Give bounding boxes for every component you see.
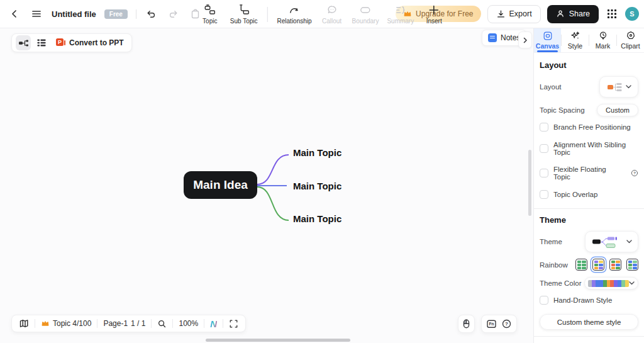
rainbow-option-4[interactable] bbox=[626, 259, 638, 271]
svg-text:?: ? bbox=[633, 171, 636, 175]
branch-line-top bbox=[257, 155, 289, 184]
export-button[interactable]: Export bbox=[487, 5, 541, 23]
divider bbox=[136, 9, 136, 19]
layout-dropdown[interactable] bbox=[599, 76, 638, 98]
outline-view-icon[interactable] bbox=[34, 35, 49, 50]
file-title[interactable]: Untitled file bbox=[52, 9, 96, 19]
avatar[interactable]: S bbox=[625, 7, 639, 21]
rainbow-option-2[interactable] bbox=[592, 259, 604, 271]
checkbox[interactable] bbox=[540, 123, 548, 132]
checkbox[interactable] bbox=[540, 144, 548, 153]
back-icon[interactable] bbox=[8, 7, 21, 21]
layout-label: Layout bbox=[540, 83, 562, 91]
shortcut-help-group: Fn ? bbox=[481, 315, 517, 333]
theme-section-heading: Theme bbox=[540, 215, 638, 225]
apps-grid-icon[interactable] bbox=[605, 7, 619, 21]
zoom-level[interactable]: 100% bbox=[179, 319, 198, 328]
custom-theme-style-button[interactable]: Custom theme style bbox=[540, 314, 638, 330]
clipart-badge-icon bbox=[626, 31, 636, 41]
tool-sub-topic[interactable]: Sub Topic bbox=[229, 4, 259, 25]
view-toolbar: P Convert to PPT bbox=[11, 33, 132, 52]
theme-color-swatches bbox=[588, 280, 629, 287]
note-icon bbox=[488, 33, 497, 42]
svg-text:?: ? bbox=[505, 321, 508, 327]
theme-preview-icon bbox=[591, 234, 624, 249]
mark-pin-icon bbox=[598, 31, 608, 41]
mouse-icon bbox=[461, 318, 472, 329]
chevron-down-icon bbox=[626, 85, 631, 89]
brand-logo-icon[interactable]: N bbox=[210, 319, 217, 329]
theme-color-dropdown[interactable] bbox=[584, 277, 638, 290]
tool-relationship[interactable]: Relationship bbox=[276, 4, 313, 25]
rainbow-label: Rainbow bbox=[540, 261, 568, 269]
app-window: Untitled file Free Topic Sub Topic bbox=[0, 0, 644, 343]
divider bbox=[534, 208, 644, 209]
sparkle-icon bbox=[570, 31, 580, 41]
topic-spacing-custom-button[interactable]: Custom bbox=[597, 104, 638, 116]
layout-preview-icon bbox=[607, 81, 623, 93]
svg-text:Fn: Fn bbox=[489, 322, 494, 326]
layout-section-heading: Layout bbox=[540, 60, 638, 70]
tool-summary[interactable]: Summary bbox=[386, 4, 415, 25]
checkbox[interactable] bbox=[540, 296, 548, 305]
panel-collapse-icon[interactable] bbox=[518, 31, 532, 48]
plan-badge: Free bbox=[104, 9, 128, 19]
checkbox-branch-free-positioning[interactable]: Branch Free Positioning bbox=[540, 123, 638, 132]
mindmap-canvas[interactable]: Main Idea Main Topic Main Topic Main Top… bbox=[0, 28, 533, 343]
redo-icon[interactable] bbox=[167, 7, 180, 21]
canvas-icon bbox=[543, 31, 553, 41]
rainbow-option-1[interactable] bbox=[575, 259, 587, 271]
help-icon[interactable]: ? bbox=[501, 318, 512, 329]
tool-callout[interactable]: Callout bbox=[319, 4, 345, 25]
person-icon bbox=[556, 9, 565, 18]
tool-topic[interactable]: Topic bbox=[197, 4, 223, 25]
main-topic-node[interactable]: Main Topic bbox=[293, 213, 341, 225]
search-icon[interactable] bbox=[157, 319, 167, 329]
mouse-mode-button[interactable] bbox=[458, 315, 475, 333]
branch-line-bottom bbox=[257, 187, 289, 220]
menu-icon[interactable] bbox=[30, 7, 43, 21]
chevron-down-icon bbox=[626, 240, 632, 244]
tool-group: Topic Sub Topic Relationship Callout Bou… bbox=[197, 0, 447, 28]
panel-tabs: Canvas Style Mark Clipart bbox=[534, 28, 644, 53]
root-topic-node[interactable]: Main Idea bbox=[184, 171, 257, 199]
rainbow-option-3[interactable] bbox=[609, 259, 621, 271]
tool-boundary[interactable]: Boundary bbox=[351, 4, 380, 25]
download-icon bbox=[496, 9, 506, 19]
vertical-scrollbar[interactable] bbox=[528, 150, 531, 216]
main-topic-node[interactable]: Main Topic bbox=[293, 180, 341, 193]
fullscreen-icon[interactable] bbox=[229, 319, 238, 329]
divider bbox=[267, 7, 268, 22]
checkbox-flexible-floating-topic[interactable]: Flexible Floating Topic ? bbox=[540, 166, 638, 181]
tab-style[interactable]: Style bbox=[562, 28, 589, 52]
crown-icon bbox=[41, 319, 50, 328]
convert-to-ppt-button[interactable]: P Convert to PPT bbox=[52, 38, 128, 47]
divider bbox=[534, 336, 644, 337]
checkbox[interactable] bbox=[540, 169, 548, 177]
checkbox-hand-drawn-style[interactable]: Hand-Drawn Style bbox=[540, 296, 638, 305]
top-toolbar: Untitled file Free Topic Sub Topic bbox=[0, 0, 644, 28]
checkbox[interactable] bbox=[540, 190, 548, 199]
tab-canvas[interactable]: Canvas bbox=[534, 28, 561, 52]
horizontal-scrollbar[interactable] bbox=[206, 339, 350, 342]
undo-icon[interactable] bbox=[145, 7, 158, 21]
main-topic-node[interactable]: Main Topic bbox=[293, 147, 341, 159]
status-bar: Topic 4/100 Page-1 1 / 1 100% N bbox=[11, 315, 246, 332]
powerpoint-icon: P bbox=[56, 38, 65, 47]
branch-lines bbox=[0, 28, 533, 343]
theme-dropdown[interactable] bbox=[585, 231, 638, 252]
tab-clipart[interactable]: Clipart bbox=[617, 28, 644, 52]
checkbox-alignment-sibling-topic[interactable]: Alignment With Sibling Topic bbox=[540, 141, 638, 156]
chevron-down-icon bbox=[629, 281, 635, 285]
topic-counter[interactable]: Topic 4/100 bbox=[41, 319, 91, 328]
tab-mark[interactable]: Mark bbox=[589, 28, 616, 52]
page-selector[interactable]: Page-1 1 / 1 bbox=[103, 319, 145, 328]
checkbox-topic-overlap[interactable]: Topic Overlap bbox=[540, 190, 638, 199]
help-icon[interactable]: ? bbox=[631, 169, 638, 177]
topic-spacing-label: Topic Spacing bbox=[540, 106, 585, 114]
share-button[interactable]: Share bbox=[547, 5, 599, 23]
fn-shortcuts-icon[interactable]: Fn bbox=[486, 318, 497, 329]
mindmap-view-icon[interactable] bbox=[16, 35, 31, 50]
tool-insert[interactable]: Insert bbox=[421, 4, 447, 25]
minimap-icon[interactable] bbox=[19, 318, 29, 329]
